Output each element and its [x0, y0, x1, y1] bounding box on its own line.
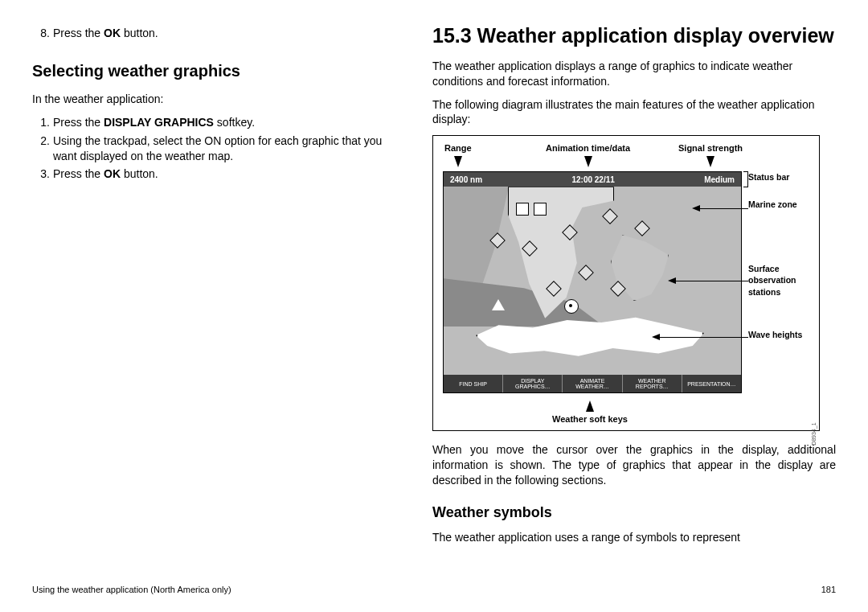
text: Press the: [53, 167, 104, 180]
left-column: 8. Press the OK button. Selecting weathe…: [32, 24, 402, 553]
step-8: 8. Press the OK button.: [32, 26, 402, 41]
callout-surface-stations: Surface observation stations: [748, 263, 814, 298]
arrow-down-icon: [584, 156, 592, 167]
softkey-display-graphics[interactable]: DISPLAYGRAPHICS…: [503, 375, 563, 392]
softkey-bar: FIND SHIP DISPLAYGRAPHICS… ANIMATEWEATHE…: [444, 375, 741, 392]
softkey-animate-weather[interactable]: ANIMATEWEATHER…: [563, 375, 622, 392]
station-icon: [534, 203, 547, 216]
arrow-up-icon: [586, 400, 594, 412]
text: button.: [121, 167, 158, 180]
text: softkey.: [214, 116, 255, 129]
arrow-down-icon: [454, 156, 462, 167]
weather-display-figure: Range Animation time/data Signal strengt…: [432, 135, 820, 431]
softkey-weather-reports[interactable]: WEATHERREPORTS…: [623, 375, 682, 392]
marker-icon: [492, 299, 505, 310]
intro-text: In the weather application:: [32, 92, 402, 107]
callout-status-bar: Status bar: [748, 171, 789, 183]
text: Press the: [53, 27, 104, 39]
step-1: 1. Press the DISPLAY GRAPHICS softkey.: [32, 115, 402, 130]
heading-selecting: Selecting weather graphics: [32, 60, 402, 82]
page-footer: Using the weather application (North Ame…: [32, 581, 836, 596]
range-value: 2400 nm: [450, 175, 482, 186]
softkey-presentation[interactable]: PRESENTATION…: [682, 375, 741, 392]
time-value: 12:00 22/11: [571, 175, 614, 186]
arrow-left-icon: [668, 277, 676, 284]
step-number: 2.: [32, 133, 53, 164]
footer-left: Using the weather application (North Ame…: [32, 584, 231, 596]
bold-text: OK: [104, 167, 121, 180]
arrow-left-icon: [692, 205, 700, 212]
callout-animation: Animation time/data: [546, 142, 630, 167]
step-number: 3.: [32, 166, 53, 182]
wave-icon: [578, 265, 594, 281]
paragraph: The weather application displays a range…: [432, 59, 836, 89]
heading-weather-symbols: Weather symbols: [432, 503, 836, 522]
page-number: 181: [821, 584, 836, 596]
text: button.: [121, 27, 158, 39]
text: Using the trackpad, select the ON option…: [53, 133, 402, 164]
step-3: 3. Press the OK button.: [32, 166, 402, 182]
bold-text: OK: [104, 27, 121, 39]
text: Press the: [53, 116, 104, 129]
step-2: 2. Using the trackpad, select the ON opt…: [32, 133, 402, 164]
callout-marine-zone: Marine zone: [748, 199, 797, 210]
arrow-down-icon: [706, 156, 714, 167]
step-number: 8.: [32, 26, 53, 41]
status-bar: 2400 nm 12:00 22/11 Medium: [444, 172, 741, 187]
signal-value: Medium: [704, 175, 735, 186]
station-icon: [516, 203, 529, 216]
arrow-left-icon: [652, 334, 660, 340]
wave-icon: [602, 208, 618, 224]
section-heading: 15.3 Weather application display overvie…: [432, 24, 836, 47]
paragraph: The weather application uses a range of …: [432, 530, 836, 545]
paragraph: When you move the cursor over the graphi…: [432, 442, 836, 488]
callout-signal: Signal strength: [678, 142, 743, 167]
softkey-find-ship[interactable]: FIND SHIP: [444, 375, 503, 392]
callout-softkeys: Weather soft keys: [433, 400, 747, 425]
figure-code: D8934_1: [810, 422, 817, 445]
callout-range: Range: [444, 142, 472, 167]
callout-wave-heights: Wave heights: [748, 329, 802, 340]
paragraph: The following diagram illustrates the ma…: [432, 97, 836, 128]
bold-text: DISPLAY GRAPHICS: [104, 116, 214, 129]
wave-icon: [634, 220, 650, 236]
right-column: 15.3 Weather application display overvie…: [432, 24, 836, 553]
step-number: 1.: [32, 115, 53, 130]
